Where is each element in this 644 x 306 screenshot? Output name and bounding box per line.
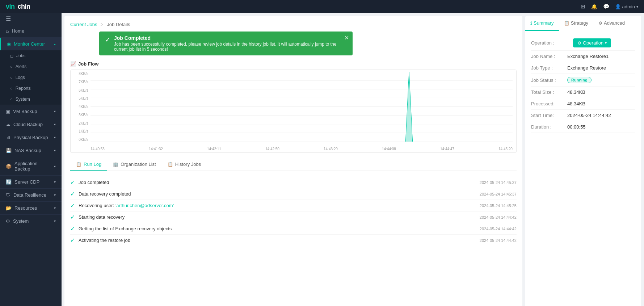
sidebar-group-monitor-header[interactable]: ◉ Monitor Center ▴ (0, 38, 62, 50)
monitor-icon: ◉ (7, 41, 11, 47)
breadcrumb-current: Job Details (107, 22, 130, 27)
log-check-2: ✓ (70, 190, 75, 197)
right-tab-strategy[interactable]: 📋 Strategy (559, 16, 593, 31)
start-time-row: Start Time: 2024-05-24 14:44:42 (531, 110, 635, 121)
sidebar-item-resources[interactable]: 📂 Resources ▾ (0, 201, 62, 214)
right-tab-summary[interactable]: ℹ Summary (525, 16, 559, 31)
sidebar-label-reports: Reports (16, 86, 31, 91)
log-time-4: 2024-05-24 14:44:42 (480, 215, 517, 219)
log-text-1: Job completed (79, 180, 476, 185)
chart-icon: 📈 (70, 61, 76, 67)
log-text-5: Getting the list of Exchange recovery ob… (79, 226, 476, 231)
data-resilience-icon: 🛡 (6, 192, 10, 198)
log-text-2: Data recovery completed (79, 191, 476, 197)
sidebar-group-monitor: ◉ Monitor Center ▴ ◻ Jobs ○ Alerts ○ Log… (0, 37, 62, 105)
sidebar-item-home[interactable]: ⌂ Home (0, 24, 62, 37)
duration-value: 00:00:55 (567, 124, 586, 130)
operation-btn-icon: ⚙ (577, 41, 581, 46)
processed-row: Processed: 48.34KB (531, 98, 635, 110)
sidebar-label-jobs: Jobs (16, 53, 25, 58)
y-label-2: 2KB/s (79, 121, 88, 125)
sidebar-item-nas-backup[interactable]: 💾 NAS Backup ▾ (0, 144, 62, 157)
system-icon: ⚙ (6, 218, 10, 224)
sidebar-item-system[interactable]: ⚙ System ▾ (0, 214, 62, 227)
physical-backup-icon: 🖥 (6, 135, 10, 140)
notification-banner: ✓ Job Completed Job has been successfull… (99, 32, 353, 55)
sidebar-item-logs[interactable]: ○ Logs (0, 72, 62, 83)
reports-icon: ○ (10, 86, 13, 91)
grid-icon[interactable]: ⊞ (581, 3, 585, 10)
log-text-4: Starting data recovery (79, 214, 476, 220)
menu-toggle[interactable]: ☰ (0, 13, 62, 24)
user-menu[interactable]: 👤 admin ▾ (615, 4, 638, 9)
y-label-6: 6KB/s (79, 88, 88, 92)
sidebar-item-application-backup[interactable]: 📦 Application Backup ▾ (0, 157, 62, 175)
operation-row: Operation : ⚙ Operation ▾ (531, 35, 635, 51)
home-icon: ⌂ (6, 28, 9, 34)
total-size-row: Total Size : 48.34KB (531, 87, 635, 98)
sidebar-item-jobs[interactable]: ◻ Jobs (0, 50, 62, 61)
vm-backup-chevron-icon: ▾ (54, 109, 56, 113)
right-tab-advanced[interactable]: ⚙ Advanced (593, 16, 630, 31)
logs-icon: ○ (10, 75, 13, 80)
summary-tab-icon: ℹ (530, 21, 532, 26)
x-label-6: 14:44:47 (440, 147, 454, 151)
tab-history-jobs[interactable]: 📋 History Jobs (162, 159, 207, 171)
right-tab-bar: ℹ Summary 📋 Strategy ⚙ Advanced (525, 16, 641, 31)
status-badge: Running (567, 77, 592, 83)
sidebar-label-nas-backup: NAS Backup (14, 148, 41, 153)
sidebar-item-cloud-backup[interactable]: ☁ Cloud Backup ▾ (0, 118, 62, 131)
sidebar-item-alerts[interactable]: ○ Alerts (0, 61, 62, 72)
sidebar-item-vm-backup[interactable]: ▣ VM Backup ▾ (0, 105, 62, 118)
y-label-3: 3KB/s (79, 113, 88, 117)
y-label-0: 0KB/s (79, 138, 88, 142)
tab-org-list[interactable]: 🏢 Organization List (107, 159, 162, 171)
data-resilience-chevron-icon: ▾ (54, 193, 56, 197)
resources-chevron-icon: ▾ (54, 206, 56, 210)
right-tab-strategy-label: Strategy (571, 20, 588, 26)
alerts-icon: ○ (10, 64, 13, 69)
job-name-row: Job Name : Exchange Restore1 (531, 51, 635, 62)
tab-run-log[interactable]: 📋 Run Log (70, 159, 107, 171)
app-backup-icon: 📦 (6, 164, 12, 169)
sidebar-item-reports[interactable]: ○ Reports (0, 83, 62, 94)
sidebar-label-home: Home (12, 28, 24, 34)
bell-icon[interactable]: 🔔 (591, 4, 597, 9)
sidebar-item-physical-backup[interactable]: 🖥 Physical Backup ▾ (0, 131, 62, 144)
log-time-6: 2024-05-24 14:44:42 (480, 238, 517, 243)
job-flow-header: 📈 Job Flow (70, 61, 517, 67)
log-link-3[interactable]: 'arthur.chen@adserver.com' (115, 203, 174, 208)
y-label-5: 5KB/s (79, 96, 88, 100)
sidebar-item-data-resilience[interactable]: 🛡 Data Resilience ▾ (0, 188, 62, 201)
total-size-value: 48.34KB (567, 89, 585, 95)
resources-icon: 📂 (6, 205, 12, 211)
operation-button[interactable]: ⚙ Operation ▾ (573, 38, 611, 47)
x-label-0: 14:40:53 (91, 147, 105, 151)
sidebar-label-vm-backup: VM Backup (13, 109, 37, 114)
physical-backup-chevron-icon: ▾ (54, 135, 56, 139)
right-tab-advanced-label: Advanced (604, 20, 625, 26)
log-text-3: Recovering user: 'arthur.chen@adserver.c… (79, 203, 476, 208)
log-item-5: ✓ Getting the list of Exchange recovery … (70, 223, 517, 235)
app-backup-chevron-icon: ▾ (54, 164, 56, 168)
y-label-8: 8KB/s (79, 72, 88, 76)
chat-icon[interactable]: 💬 (603, 4, 609, 9)
sidebar-item-system-sub[interactable]: ○ System (0, 94, 62, 105)
server-cdp-chevron-icon: ▾ (54, 180, 56, 184)
log-item-1: ✓ Job completed 2024-05-24 14:45:37 (70, 177, 517, 188)
operation-btn-chevron: ▾ (605, 41, 607, 45)
advanced-tab-icon: ⚙ (598, 21, 602, 26)
sidebar-item-server-cdp[interactable]: 🔄 Server CDP ▾ (0, 175, 62, 188)
job-status-label: Job Status : (531, 77, 567, 83)
sidebar-label-monitor: Monitor Center (14, 41, 45, 47)
strategy-tab-icon: 📋 (564, 21, 569, 26)
notification-close-button[interactable]: ✕ (344, 34, 349, 41)
cloud-backup-chevron-icon: ▾ (54, 122, 56, 126)
system-sub-icon: ○ (10, 97, 13, 101)
cloud-backup-icon: ☁ (6, 122, 10, 127)
y-label-4: 4KB/s (79, 105, 88, 109)
breadcrumb-parent[interactable]: Current Jobs (70, 22, 97, 27)
nas-backup-chevron-icon: ▾ (54, 148, 56, 152)
sidebar-label-logs: Logs (16, 75, 25, 80)
run-log-icon: 📋 (76, 162, 81, 167)
